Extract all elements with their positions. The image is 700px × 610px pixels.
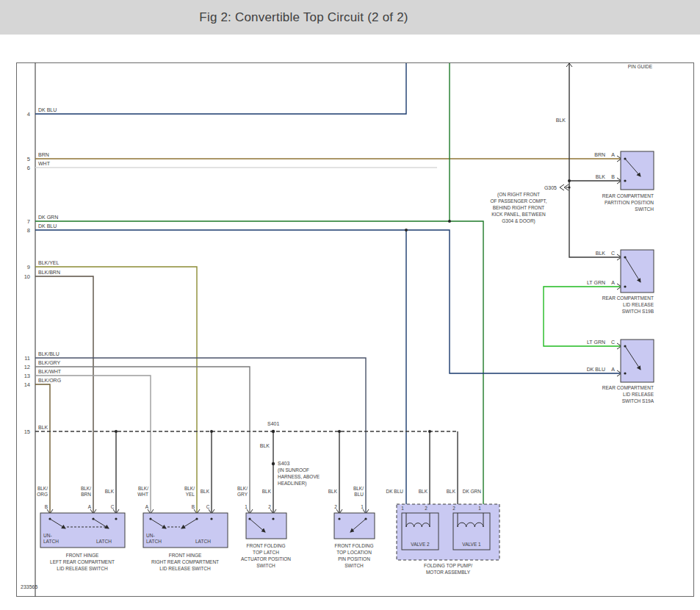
- switch-caption: FRONT HINGE: [169, 553, 202, 558]
- switch-box: [334, 513, 375, 539]
- pin-letter: B: [611, 174, 615, 179]
- valve-label: VALVE 2: [411, 542, 430, 547]
- figure-title-bar: Fig 2: Convertible Top Circuit (2 of 2): [0, 0, 700, 35]
- wire-label: BLK: [596, 174, 606, 179]
- ground-note: OF PASSENGER COMPT,: [490, 198, 546, 204]
- pin-number: 2: [425, 506, 427, 511]
- wire-dk-blu-row4: [35, 63, 406, 114]
- switch-caption: REAR COMPARTMENT: [602, 295, 654, 301]
- pin-number: 1: [478, 506, 481, 511]
- switch-caption: LID RELEASE SWITCH: [159, 566, 211, 571]
- splice-s401-dot: [272, 430, 275, 433]
- wire-label: BLK/: [138, 486, 148, 491]
- pin-number: 2: [334, 504, 337, 509]
- switch-caption: LID RELEASE: [623, 302, 654, 307]
- pin-number: 1: [361, 504, 364, 509]
- valve-label: VALVE 1: [462, 542, 481, 547]
- wire-label: LT GRN: [587, 280, 605, 285]
- pin-letter: A: [611, 367, 615, 372]
- wires: [35, 63, 621, 513]
- location-pin-position-switch: BLK BLK/ BLU 2 1 FRONT FOLDING TOP LOCAT…: [328, 486, 375, 568]
- splice-note: (IN SUNROOF: [278, 467, 309, 473]
- wire-label: BLK/: [353, 486, 364, 491]
- position-label: LATCH: [96, 539, 112, 544]
- wire-label: ORG: [37, 492, 48, 497]
- pin-number: 5: [27, 156, 30, 162]
- wire-label: BRN: [81, 492, 91, 497]
- wire-label: BLK: [262, 489, 272, 494]
- pin-number: 11: [24, 355, 30, 362]
- wire-label: BLK: [201, 489, 210, 494]
- wire-label: DK BLU: [38, 223, 57, 229]
- ground-note: KICK PANEL, BETWEEN: [491, 212, 546, 217]
- switch-caption: FRONT FOLDING: [247, 543, 286, 548]
- pin-letter: A: [88, 504, 92, 509]
- ground-note: (ON RIGHT FRONT: [497, 192, 540, 198]
- pin-number: 12: [24, 364, 30, 370]
- pin-number: 13: [24, 373, 30, 379]
- wire-label: DK BLU: [587, 367, 605, 372]
- switch-caption: SWITCH: [256, 563, 275, 568]
- position-label: UN-: [43, 533, 52, 538]
- wiring-diagram: PIN GUIDE 4 DK BLU 5 BRN 6 WHT 7 DK GRN …: [0, 35, 700, 610]
- junction-dot: [405, 229, 408, 232]
- pin-number: 14: [24, 381, 30, 388]
- folding-top-pump-assembly: DK BLU BLK BLK DK GRN 1 2 2 1 VALVE 2 VA…: [386, 489, 499, 575]
- switch-caption: PIN POSITION: [338, 556, 370, 561]
- pin-letter: C: [611, 251, 615, 256]
- position-label: LATCH: [43, 539, 59, 544]
- wire-label: DK GRN: [38, 215, 58, 220]
- junction-dot: [115, 430, 118, 433]
- pin-number: 1: [401, 506, 404, 511]
- wire-label: BLK/BLU: [38, 351, 59, 356]
- switch-caption: LID RELEASE SWITCH: [57, 566, 108, 571]
- wire-label: BLK: [596, 251, 606, 256]
- wire-dk-blu-row8: [35, 230, 621, 513]
- wire-label: BLK/WHT: [38, 369, 62, 374]
- junction-dot: [338, 430, 341, 433]
- splice-s403: S403 (IN SUNROOF HARNESS, ABOVE HEADLINE…: [278, 461, 320, 487]
- ground-note: BEHIND RIGHT FRONT: [493, 205, 545, 210]
- wire-label: BRN: [594, 152, 605, 157]
- switch-caption: PARTITION POSITION: [605, 200, 654, 205]
- junction-dot: [428, 430, 431, 433]
- switch-caption: ACTUATOR POSITION: [241, 556, 291, 561]
- assembly-caption: FOLDING TOP PUMP/: [424, 563, 472, 568]
- pin-letter: A: [145, 504, 149, 509]
- pin-letter: C: [111, 504, 115, 509]
- wire-label: BLK/: [237, 486, 248, 491]
- switch-caption: REAR COMPARTMENT: [602, 193, 654, 198]
- left-connector: 4 DK BLU 5 BRN 6 WHT 7 DK GRN 8 DK BLU 9…: [24, 107, 62, 435]
- pin-number: 6: [27, 165, 30, 171]
- wire-blk-top-right: [569, 63, 621, 257]
- switch-caption: FRONT FOLDING: [335, 543, 374, 548]
- pin-number: 9: [27, 264, 30, 270]
- switch-caption: SWITCH: [635, 207, 654, 212]
- wire-label: BLK: [447, 489, 456, 494]
- wire-label: BLK/: [184, 486, 195, 491]
- partition-position-switch: BRN A BLK B REAR COMPARTMENT PARTITION P…: [594, 151, 654, 212]
- switch-caption: LEFT REAR COMPARTMENT: [50, 559, 115, 564]
- pin-number: 10: [24, 273, 30, 280]
- switch-box: [246, 513, 286, 539]
- lid-release-switch-s19a: LT GRN C DK BLU A REAR COMPARTMENT LID R…: [587, 340, 654, 403]
- switch-caption: SWITCH: [344, 563, 364, 568]
- wire-label: BLK: [419, 489, 428, 494]
- junction-dot: [448, 220, 451, 223]
- switch-caption: SWITCH S19B: [622, 309, 654, 314]
- wire-label: BLK: [556, 118, 566, 123]
- pin-letter: A: [611, 152, 615, 157]
- wire-label: WHT: [137, 492, 148, 497]
- wire-label: BLK/: [81, 486, 91, 491]
- splice-note: HEADLINER): [278, 481, 306, 487]
- wire-label: WHT: [38, 161, 51, 166]
- switch-caption: RIGHT REAR COMPARTMENT: [151, 559, 219, 564]
- switch-caption: TOP LATCH: [253, 550, 279, 555]
- junction-dot: [210, 430, 213, 433]
- switch-box: [621, 151, 654, 190]
- wire-label: BLK: [105, 489, 115, 494]
- wire-blk-brn-row10: [35, 276, 93, 513]
- pin-letter: C: [611, 340, 615, 345]
- wire-label: DK BLU: [386, 489, 404, 494]
- junction-dot: [568, 179, 571, 182]
